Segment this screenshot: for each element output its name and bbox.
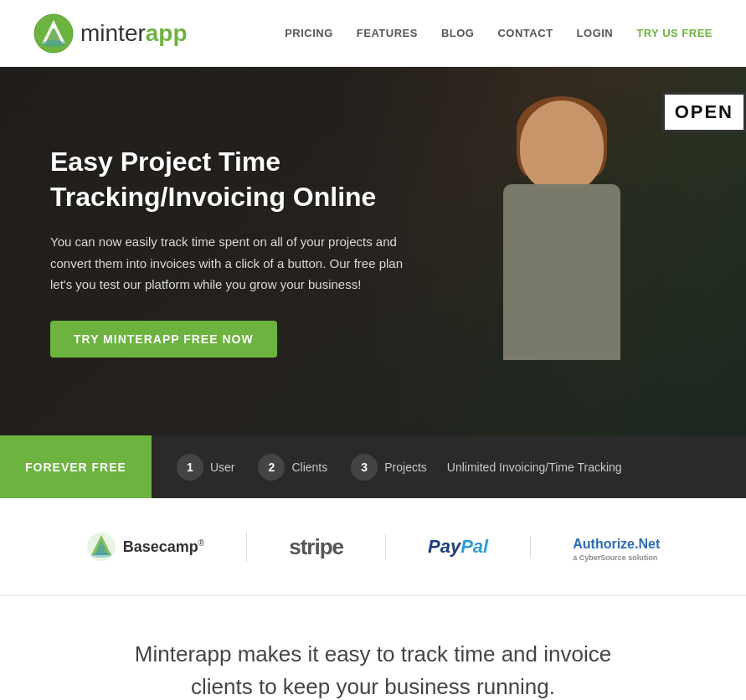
- svg-point-9: [91, 553, 111, 558]
- unlimited-label: Unlimited Invoicing/Time Tracking: [447, 461, 622, 474]
- badge-circle-3: 3: [351, 454, 378, 481]
- features-bar: FOREVER FREE 1 User 2 Clients 3 Projects…: [0, 435, 746, 498]
- badge-label-projects: Projects: [384, 461, 427, 474]
- features-items: 1 User 2 Clients 3 Projects Unlimited In…: [152, 435, 746, 498]
- woman-head: [520, 100, 604, 193]
- logo-icon: [33, 13, 74, 54]
- hero-title: Easy Project Time Tracking/Invoicing Onl…: [50, 145, 419, 214]
- integrations-section: Basecamp® stripe PayPal Authorize.Net a …: [0, 498, 746, 596]
- authorize-name: Authorize.Net a CyberSource solution: [573, 532, 660, 562]
- header: minterapp PRICING FEATURES BLOG CONTACT …: [0, 0, 746, 67]
- badge-label-clients: Clients: [291, 461, 327, 474]
- logo-text: minterapp: [80, 20, 188, 47]
- hero-cta-button[interactable]: TRY MINTERAPP FREE NOW: [50, 321, 277, 358]
- open-sign: OPEN: [662, 92, 746, 132]
- nav-features[interactable]: FEATURES: [357, 27, 418, 39]
- paypal-name: PayPal: [428, 536, 488, 558]
- tagline-text: Minterapp makes it easy to track time an…: [122, 638, 625, 700]
- integration-stripe[interactable]: stripe: [247, 534, 386, 560]
- nav-pricing[interactable]: PRICING: [285, 27, 333, 39]
- nav-blog[interactable]: BLOG: [441, 27, 475, 39]
- integration-basecamp[interactable]: Basecamp®: [44, 532, 247, 562]
- forever-free-badge: FOREVER FREE: [0, 435, 152, 498]
- stripe-name: stripe: [289, 534, 343, 560]
- nav-try-free[interactable]: TRY US FREE: [636, 27, 713, 39]
- forever-free-label: FOREVER FREE: [25, 461, 126, 474]
- hero-content: Easy Project Time Tracking/Invoicing Onl…: [0, 145, 469, 358]
- logo[interactable]: minterapp: [33, 13, 188, 54]
- badge-circle-2: 2: [258, 454, 285, 481]
- nav-login[interactable]: LOGIN: [577, 27, 614, 39]
- svg-point-5: [42, 40, 65, 47]
- feature-badge-clients: 2 Clients: [258, 454, 327, 481]
- main-nav: PRICING FEATURES BLOG CONTACT LOGIN TRY …: [285, 27, 713, 39]
- basecamp-name: Basecamp®: [123, 538, 204, 556]
- feature-badge-user: 1 User: [177, 454, 235, 481]
- badge-label-user: User: [210, 461, 235, 474]
- integration-authorize[interactable]: Authorize.Net a CyberSource solution: [531, 532, 702, 562]
- hero-section: OPEN Easy Project Time Tracking/Invoicin…: [0, 67, 746, 435]
- hero-description: You can now easily track time spent on a…: [50, 231, 419, 296]
- woman-body: [503, 184, 620, 360]
- integration-paypal[interactable]: PayPal: [386, 536, 531, 558]
- tagline-section: Minterapp makes it easy to track time an…: [0, 596, 746, 700]
- feature-badge-projects: 3 Projects: [351, 454, 427, 481]
- badge-circle-1: 1: [177, 454, 203, 481]
- basecamp-icon: [86, 532, 116, 562]
- nav-contact[interactable]: CONTACT: [497, 27, 553, 39]
